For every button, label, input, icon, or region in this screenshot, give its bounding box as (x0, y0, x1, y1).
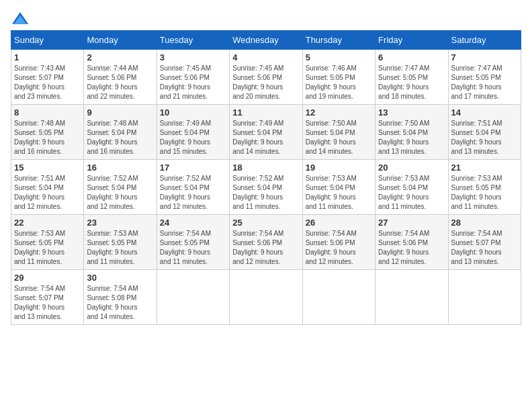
day-number: 28 (451, 218, 518, 228)
calendar-cell: 17Sunrise: 7:52 AM Sunset: 5:04 PM Dayli… (157, 160, 229, 215)
logo-icon (11, 11, 30, 25)
header (11, 11, 521, 25)
calendar-week-row: 8Sunrise: 7:48 AM Sunset: 5:05 PM Daylig… (11, 105, 521, 160)
day-number: 23 (87, 218, 153, 228)
day-info: Sunrise: 7:51 AM Sunset: 5:04 PM Dayligh… (14, 174, 81, 212)
day-info: Sunrise: 7:52 AM Sunset: 5:04 PM Dayligh… (87, 174, 153, 212)
calendar-cell: 27Sunrise: 7:54 AM Sunset: 5:06 PM Dayli… (375, 215, 448, 270)
day-number: 6 (378, 52, 445, 62)
day-number: 14 (451, 107, 518, 118)
calendar-cell: 28Sunrise: 7:54 AM Sunset: 5:07 PM Dayli… (448, 215, 521, 270)
calendar-cell (448, 270, 521, 325)
day-number: 29 (14, 273, 81, 283)
day-info: Sunrise: 7:44 AM Sunset: 5:06 PM Dayligh… (87, 64, 153, 101)
day-info: Sunrise: 7:50 AM Sunset: 5:04 PM Dayligh… (306, 119, 372, 156)
calendar-table: SundayMondayTuesdayWednesdayThursdayFrid… (11, 30, 521, 325)
calendar-cell: 8Sunrise: 7:48 AM Sunset: 5:05 PM Daylig… (11, 105, 84, 160)
weekday-header-cell: Wednesday (230, 31, 302, 50)
day-info: Sunrise: 7:49 AM Sunset: 5:04 PM Dayligh… (160, 119, 226, 156)
weekday-header-cell: Saturday (448, 31, 521, 50)
day-number: 25 (232, 218, 299, 228)
day-info: Sunrise: 7:52 AM Sunset: 5:04 PM Dayligh… (160, 174, 226, 212)
calendar-cell (375, 270, 448, 325)
calendar-cell: 12Sunrise: 7:50 AM Sunset: 5:04 PM Dayli… (302, 105, 375, 160)
day-info: Sunrise: 7:47 AM Sunset: 5:05 PM Dayligh… (378, 64, 445, 101)
day-number: 8 (14, 107, 81, 118)
calendar-cell: 23Sunrise: 7:53 AM Sunset: 5:05 PM Dayli… (84, 215, 157, 270)
calendar-cell: 4Sunrise: 7:45 AM Sunset: 5:06 PM Daylig… (230, 50, 302, 105)
day-number: 5 (306, 52, 372, 62)
calendar-cell: 13Sunrise: 7:50 AM Sunset: 5:04 PM Dayli… (375, 105, 448, 160)
day-number: 12 (306, 107, 372, 118)
day-info: Sunrise: 7:49 AM Sunset: 5:04 PM Dayligh… (232, 119, 299, 156)
weekday-header-row: SundayMondayTuesdayWednesdayThursdayFrid… (11, 31, 521, 50)
day-info: Sunrise: 7:54 AM Sunset: 5:06 PM Dayligh… (378, 229, 445, 267)
calendar-cell: 9Sunrise: 7:48 AM Sunset: 5:04 PM Daylig… (84, 105, 157, 160)
day-number: 15 (14, 163, 81, 173)
calendar-cell: 26Sunrise: 7:54 AM Sunset: 5:06 PM Dayli… (302, 215, 375, 270)
day-number: 30 (87, 273, 153, 283)
calendar-cell: 3Sunrise: 7:45 AM Sunset: 5:06 PM Daylig… (157, 50, 229, 105)
day-number: 18 (232, 163, 299, 173)
day-info: Sunrise: 7:53 AM Sunset: 5:04 PM Dayligh… (306, 174, 372, 212)
day-number: 27 (378, 218, 445, 228)
calendar-cell: 15Sunrise: 7:51 AM Sunset: 5:04 PM Dayli… (11, 160, 84, 215)
calendar-cell: 6Sunrise: 7:47 AM Sunset: 5:05 PM Daylig… (375, 50, 448, 105)
day-number: 22 (14, 218, 81, 228)
calendar-cell: 16Sunrise: 7:52 AM Sunset: 5:04 PM Dayli… (84, 160, 157, 215)
calendar-week-row: 15Sunrise: 7:51 AM Sunset: 5:04 PM Dayli… (11, 160, 521, 215)
day-info: Sunrise: 7:54 AM Sunset: 5:06 PM Dayligh… (306, 229, 372, 267)
calendar-cell: 2Sunrise: 7:44 AM Sunset: 5:06 PM Daylig… (84, 50, 157, 105)
calendar-cell: 19Sunrise: 7:53 AM Sunset: 5:04 PM Dayli… (302, 160, 375, 215)
day-number: 13 (378, 107, 445, 118)
calendar-cell: 24Sunrise: 7:54 AM Sunset: 5:05 PM Dayli… (157, 215, 229, 270)
calendar-cell: 18Sunrise: 7:52 AM Sunset: 5:04 PM Dayli… (230, 160, 302, 215)
weekday-header-cell: Monday (84, 31, 157, 50)
day-number: 17 (160, 163, 226, 173)
calendar-cell: 29Sunrise: 7:54 AM Sunset: 5:07 PM Dayli… (11, 270, 84, 325)
day-info: Sunrise: 7:48 AM Sunset: 5:04 PM Dayligh… (87, 119, 153, 156)
calendar-week-row: 1Sunrise: 7:43 AM Sunset: 5:07 PM Daylig… (11, 50, 521, 105)
day-info: Sunrise: 7:54 AM Sunset: 5:05 PM Dayligh… (160, 229, 226, 267)
calendar-cell (230, 270, 302, 325)
day-info: Sunrise: 7:48 AM Sunset: 5:05 PM Dayligh… (14, 119, 81, 156)
weekday-header-cell: Thursday (302, 31, 375, 50)
calendar-cell: 10Sunrise: 7:49 AM Sunset: 5:04 PM Dayli… (157, 105, 229, 160)
day-info: Sunrise: 7:54 AM Sunset: 5:07 PM Dayligh… (451, 229, 518, 267)
calendar-cell: 20Sunrise: 7:53 AM Sunset: 5:04 PM Dayli… (375, 160, 448, 215)
day-info: Sunrise: 7:45 AM Sunset: 5:06 PM Dayligh… (160, 64, 226, 101)
day-info: Sunrise: 7:53 AM Sunset: 5:05 PM Dayligh… (87, 229, 153, 267)
weekday-header-cell: Friday (375, 31, 448, 50)
day-number: 7 (451, 52, 518, 62)
day-number: 20 (378, 163, 445, 173)
calendar-cell (302, 270, 375, 325)
day-number: 9 (87, 107, 153, 118)
day-number: 2 (87, 52, 153, 62)
day-info: Sunrise: 7:53 AM Sunset: 5:04 PM Dayligh… (378, 174, 445, 212)
day-info: Sunrise: 7:54 AM Sunset: 5:06 PM Dayligh… (232, 229, 299, 267)
day-info: Sunrise: 7:46 AM Sunset: 5:05 PM Dayligh… (306, 64, 372, 101)
day-info: Sunrise: 7:51 AM Sunset: 5:04 PM Dayligh… (451, 119, 518, 156)
day-info: Sunrise: 7:45 AM Sunset: 5:06 PM Dayligh… (232, 64, 299, 101)
day-number: 16 (87, 163, 153, 173)
calendar-cell: 30Sunrise: 7:54 AM Sunset: 5:08 PM Dayli… (84, 270, 157, 325)
day-number: 1 (14, 52, 81, 62)
day-number: 10 (160, 107, 226, 118)
weekday-header-cell: Sunday (11, 31, 84, 50)
day-info: Sunrise: 7:53 AM Sunset: 5:05 PM Dayligh… (14, 229, 81, 267)
day-number: 26 (306, 218, 372, 228)
day-number: 21 (451, 163, 518, 173)
day-info: Sunrise: 7:50 AM Sunset: 5:04 PM Dayligh… (378, 119, 445, 156)
day-info: Sunrise: 7:47 AM Sunset: 5:05 PM Dayligh… (451, 64, 518, 101)
calendar-body: 1Sunrise: 7:43 AM Sunset: 5:07 PM Daylig… (11, 50, 521, 325)
day-info: Sunrise: 7:52 AM Sunset: 5:04 PM Dayligh… (232, 174, 299, 212)
day-number: 4 (232, 52, 299, 62)
day-info: Sunrise: 7:53 AM Sunset: 5:05 PM Dayligh… (451, 174, 518, 212)
calendar-cell: 1Sunrise: 7:43 AM Sunset: 5:07 PM Daylig… (11, 50, 84, 105)
calendar-cell: 11Sunrise: 7:49 AM Sunset: 5:04 PM Dayli… (230, 105, 302, 160)
day-info: Sunrise: 7:43 AM Sunset: 5:07 PM Dayligh… (14, 64, 81, 101)
weekday-header-cell: Tuesday (157, 31, 229, 50)
calendar-cell: 21Sunrise: 7:53 AM Sunset: 5:05 PM Dayli… (448, 160, 521, 215)
logo (11, 11, 32, 25)
calendar-cell: 25Sunrise: 7:54 AM Sunset: 5:06 PM Dayli… (230, 215, 302, 270)
